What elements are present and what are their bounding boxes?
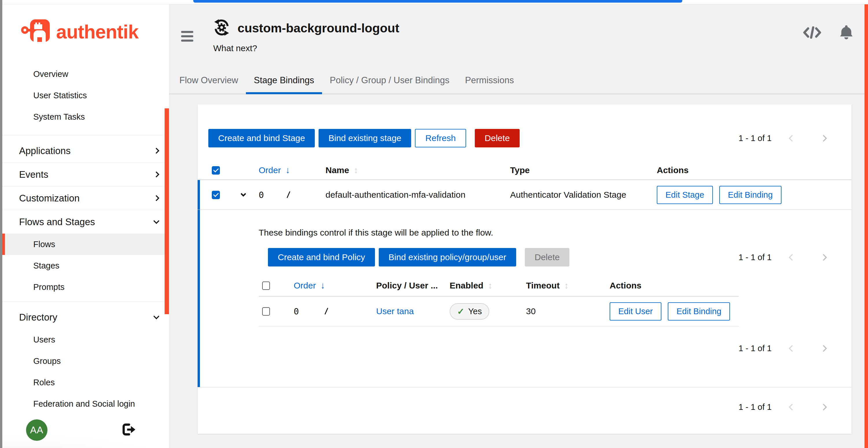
loading-progress-bar	[193, 0, 682, 3]
column-header-order[interactable]: Order ↓	[256, 165, 321, 175]
sidebar-item-roles[interactable]: Roles	[2, 372, 169, 393]
pagination-bottom: 1 - 1 of 1	[739, 402, 826, 412]
pagination-next-icon[interactable]	[820, 404, 827, 410]
tab-policy-group-user-bindings[interactable]: Policy / Group / User Bindings	[322, 70, 458, 94]
sidebar-item-flows[interactable]: Flows	[2, 234, 169, 255]
pagination-next-icon[interactable]	[820, 345, 827, 352]
menu-toggle-button[interactable]	[181, 31, 194, 44]
sidebar-group-directory[interactable]: Directory	[2, 306, 169, 329]
sidebar-group-customization[interactable]: Customization	[2, 186, 169, 210]
sidebar-item-user-statistics[interactable]: User Statistics	[2, 85, 169, 106]
pagination-label: 1 - 1 of 1	[739, 253, 772, 262]
sidebar-group-label: Flows and Stages	[19, 216, 95, 228]
pagination-policies-bottom: 1 - 1 of 1	[739, 344, 826, 353]
sort-icon: ↕	[564, 281, 568, 290]
pagination-prev-icon[interactable]	[788, 345, 795, 352]
enabled-status-label: Yes	[468, 307, 482, 316]
policy-order-value: 0	[282, 306, 370, 316]
collapse-row-icon[interactable]	[241, 191, 246, 197]
policy-user-link[interactable]: User tana	[370, 306, 445, 316]
tab-permissions[interactable]: Permissions	[457, 70, 522, 94]
page-subtitle: What next?	[213, 43, 868, 53]
enabled-status-badge: ✓ Yes	[450, 303, 489, 320]
policy-table-header: Order ↓ Policy / User ... Enabled ↕	[259, 275, 739, 297]
sidebar-item-groups[interactable]: Groups	[2, 350, 169, 372]
sidebar-group-flows-and-stages[interactable]: Flows and Stages	[2, 210, 169, 234]
sidebar-item-stages[interactable]: Stages	[2, 255, 169, 276]
user-avatar[interactable]: AA	[26, 419, 48, 441]
sort-icon: ↕	[488, 281, 492, 290]
bind-existing-stage-button[interactable]: Bind existing stage	[318, 129, 411, 147]
notifications-bell-icon[interactable]	[839, 25, 854, 41]
pagination-next-icon[interactable]	[820, 135, 827, 142]
chevron-right-icon	[153, 195, 159, 201]
sidebar-group-events[interactable]: Events	[2, 163, 169, 186]
logout-icon[interactable]	[122, 423, 136, 437]
sidebar-nav: Overview User Statistics System Tasks Ap…	[2, 59, 169, 448]
column-header-enabled[interactable]: Enabled ↕	[445, 281, 521, 290]
main-area: custom-background-logout What next? Flow…	[169, 4, 868, 448]
edit-binding-button[interactable]: Edit Binding	[668, 302, 730, 320]
sidebar-scrollbar[interactable]	[165, 108, 169, 314]
sidebar-footer: AA	[2, 414, 169, 448]
sidebar-item-system-tasks[interactable]: System Tasks	[2, 106, 169, 128]
sidebar-item-users[interactable]: Users	[2, 329, 169, 350]
chevron-right-icon	[153, 171, 159, 177]
pagination-label: 1 - 1 of 1	[739, 344, 772, 353]
chevron-right-icon	[153, 148, 159, 154]
column-header-order[interactable]: Order ↓	[282, 280, 370, 291]
pagination-label: 1 - 1 of 1	[739, 134, 772, 143]
sidebar-group-label: Customization	[19, 193, 80, 204]
check-icon: ✓	[457, 306, 464, 316]
divider	[2, 135, 169, 135]
select-all-checkbox[interactable]	[212, 166, 220, 175]
select-all-policies-checkbox[interactable]	[262, 281, 270, 290]
row-checkbox[interactable]	[262, 307, 270, 316]
column-header-timeout[interactable]: Timeout ↕	[521, 281, 608, 290]
tab-flow-overview[interactable]: Flow Overview	[172, 70, 246, 94]
authentik-logo-icon	[21, 18, 53, 46]
tab-bar: Flow Overview Stage Bindings Policy / Gr…	[169, 70, 868, 94]
pagination-next-icon[interactable]	[820, 254, 827, 261]
header-actions	[803, 25, 854, 41]
refresh-button[interactable]: Refresh	[415, 129, 466, 147]
delete-button[interactable]: Delete	[475, 129, 520, 147]
pagination-top: 1 - 1 of 1	[739, 134, 826, 143]
pagination-prev-icon[interactable]	[788, 254, 795, 261]
tab-stage-bindings[interactable]: Stage Bindings	[246, 70, 322, 94]
column-header-name[interactable]: Name ↕	[321, 165, 500, 175]
sidebar-item-overview[interactable]: Overview	[2, 63, 169, 85]
policy-table: Order ↓ Policy / User ... Enabled ↕	[259, 275, 739, 326]
sidebar-item-prompts[interactable]: Prompts	[2, 276, 169, 298]
stage-table-header: Order ↓ Name ↕ Type Actions	[197, 161, 851, 180]
edit-user-button[interactable]: Edit User	[610, 302, 661, 320]
page-scrollbar[interactable]	[865, 4, 868, 448]
pagination-prev-icon[interactable]	[788, 404, 795, 410]
stage-table-row: 0 default-authentication-mfa-validation …	[197, 180, 851, 210]
delete-policy-button-disabled[interactable]: Delete	[525, 248, 570, 267]
column-header-actions: Actions	[646, 165, 826, 175]
stage-table: Order ↓ Name ↕ Type Actions	[197, 161, 851, 387]
edit-binding-button[interactable]: Edit Binding	[719, 186, 781, 204]
create-and-bind-policy-button[interactable]: Create and bind Policy	[268, 248, 375, 267]
flow-icon	[213, 19, 230, 37]
sidebar-item-federation-social-login[interactable]: Federation and Social login	[2, 393, 169, 414]
policy-toolbar: Create and bind Policy Bind existing pol…	[268, 248, 826, 267]
brand-logo[interactable]: authentik	[2, 4, 169, 59]
chevron-down-icon	[153, 218, 159, 224]
bind-existing-policy-button[interactable]: Bind existing policy/group/user	[379, 248, 516, 267]
sidebar-group-applications[interactable]: Applications	[2, 139, 169, 163]
sidebar: authentik Overview User Statistics Syste…	[2, 4, 169, 448]
sort-icon: ↕	[354, 165, 358, 175]
create-and-bind-stage-button[interactable]: Create and bind Stage	[208, 129, 315, 147]
api-code-icon[interactable]	[803, 26, 822, 40]
app-root: authentik Overview User Statistics Syste…	[2, 4, 868, 448]
sidebar-group-label: Applications	[19, 145, 71, 157]
stage-bindings-panel: Create and bind Stage Bind existing stag…	[197, 104, 851, 434]
row-checkbox[interactable]	[212, 191, 220, 199]
edit-stage-button[interactable]: Edit Stage	[657, 186, 713, 204]
pagination-prev-icon[interactable]	[788, 135, 795, 142]
bindings-description: These bindings control if this stage wil…	[259, 228, 851, 238]
stage-name-value: default-authentication-mfa-validation	[321, 190, 500, 200]
window-edge	[0, 0, 2, 448]
